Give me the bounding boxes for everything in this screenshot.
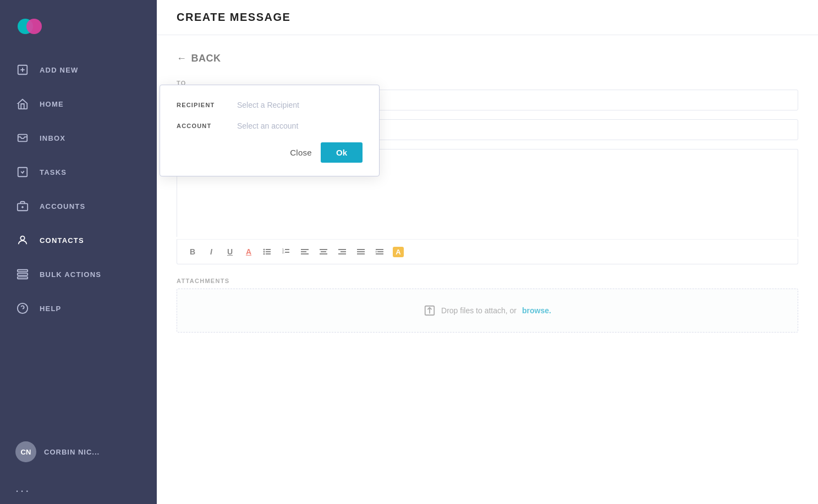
recipient-row: RECIPIENT Select a Recipient	[177, 101, 363, 109]
content-area: ← BACK TO B I U A	[157, 35, 818, 504]
help-icon	[15, 301, 30, 315]
sidebar-item-label: BULK ACTIONS	[40, 270, 101, 279]
inbox-icon	[15, 131, 30, 145]
accounts-icon	[15, 199, 30, 213]
bulk-icon	[15, 267, 30, 281]
nav-items: ADD NEW HOME INBOX	[0, 53, 157, 431]
svg-point-1	[26, 19, 42, 34]
main-content: CREATE MESSAGE ← BACK TO B I U A	[157, 0, 818, 504]
sidebar-item-label: HOME	[40, 100, 64, 108]
svg-rect-6	[18, 168, 28, 177]
user-name: CORBIN NIC...	[44, 448, 100, 456]
contacts-icon	[15, 233, 30, 247]
sidebar-item-label: INBOX	[40, 134, 65, 142]
home-icon	[15, 97, 30, 111]
tasks-icon	[15, 165, 30, 179]
page-header: CREATE MESSAGE	[157, 0, 818, 35]
modal-close-button[interactable]: Close	[290, 148, 312, 157]
sidebar-item-label: ACCOUNTS	[40, 202, 85, 211]
sidebar-item-contacts[interactable]: CONTACTS	[0, 223, 157, 257]
sidebar-item-inbox[interactable]: INBOX	[0, 121, 157, 155]
svg-rect-12	[18, 273, 28, 275]
modal-actions: Close Ok	[177, 142, 363, 163]
svg-point-10	[20, 236, 24, 240]
sidebar-item-label: HELP	[40, 304, 61, 313]
more-button[interactable]: ...	[0, 472, 46, 504]
avatar: CN	[15, 441, 36, 462]
recipient-modal: RECIPIENT Select a Recipient ACCOUNT Sel…	[160, 85, 380, 176]
modal-ok-button[interactable]: Ok	[321, 142, 363, 163]
logo-area	[0, 0, 59, 53]
plus-icon	[15, 63, 30, 77]
account-field-label: ACCOUNT	[177, 123, 237, 129]
page-title: CREATE MESSAGE	[177, 11, 798, 24]
sidebar-item-home[interactable]: HOME	[0, 87, 157, 121]
sidebar-item-label: CONTACTS	[40, 236, 84, 245]
svg-rect-13	[18, 277, 28, 279]
app-logo	[15, 12, 44, 41]
sidebar-item-accounts[interactable]: ACCOUNTS	[0, 189, 157, 223]
recipient-field-value[interactable]: Select a Recipient	[237, 101, 363, 109]
sidebar: ADD NEW HOME INBOX	[0, 0, 157, 504]
sidebar-item-help[interactable]: HELP	[0, 291, 157, 325]
svg-rect-11	[18, 270, 28, 272]
user-area[interactable]: CN CORBIN NIC...	[0, 431, 115, 472]
sidebar-item-label: TASKS	[40, 168, 67, 176]
sidebar-item-bulk-actions[interactable]: BULK ACTIONS	[0, 257, 157, 291]
account-row: ACCOUNT Select an account	[177, 121, 363, 130]
account-field-value[interactable]: Select an account	[237, 121, 363, 130]
sidebar-item-label: ADD NEW	[40, 66, 79, 74]
recipient-field-label: RECIPIENT	[177, 102, 237, 108]
sidebar-item-tasks[interactable]: TASKS	[0, 155, 157, 189]
modal-overlay: RECIPIENT Select a Recipient ACCOUNT Sel…	[157, 35, 818, 504]
sidebar-item-add-new[interactable]: ADD NEW	[0, 53, 157, 87]
